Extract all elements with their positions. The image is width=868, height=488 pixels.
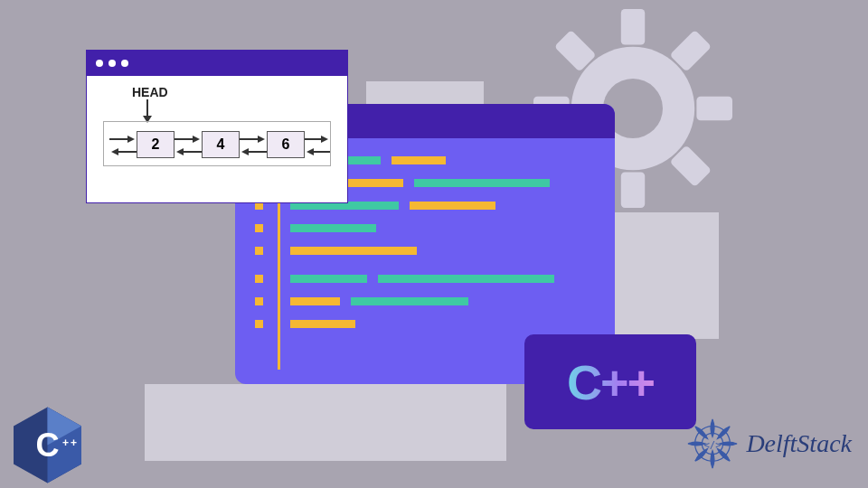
cpp-hex-logo-icon: C + + (14, 407, 81, 483)
linked-list-diagram-window: HEAD 2 4 6 (86, 50, 348, 203)
svg-text:+: + (62, 436, 69, 449)
brand-text: DelftStack (746, 429, 852, 458)
window-dot-icon (96, 60, 103, 67)
arrow-right-icon (175, 135, 202, 144)
svg-rect-1 (621, 9, 645, 45)
svg-marker-27 (307, 148, 314, 155)
svg-marker-17 (258, 136, 265, 143)
list-node: 6 (267, 131, 305, 158)
cpp-badge: C++ (524, 334, 696, 429)
svg-text:</>: </> (704, 439, 722, 451)
bg-rect-bottom (145, 384, 506, 461)
mandala-icon: </> (684, 416, 741, 472)
arrow-left-icon (109, 147, 137, 156)
arrow-left-icon (175, 147, 202, 156)
svg-marker-21 (127, 136, 135, 143)
svg-marker-25 (321, 136, 328, 143)
svg-marker-13 (193, 136, 200, 143)
list-node: 2 (137, 131, 175, 158)
delftstack-logo: </> DelftStack (684, 416, 852, 472)
svg-marker-23 (111, 148, 118, 155)
svg-rect-2 (621, 172, 645, 208)
svg-marker-19 (241, 148, 249, 155)
window-dot-icon (108, 60, 116, 67)
arrow-down-icon (141, 99, 154, 123)
arrow-left-icon (305, 147, 330, 156)
diagram-body: HEAD 2 4 6 (87, 76, 347, 202)
cpp-badge-text: C++ (567, 354, 654, 410)
diagram-titlebar (87, 51, 347, 76)
svg-text:C: C (36, 427, 60, 464)
list-node: 4 (202, 131, 240, 158)
svg-marker-15 (176, 148, 184, 155)
arrow-right-icon (305, 135, 330, 144)
linked-list-container: 2 4 6 (103, 121, 331, 166)
head-label: HEAD (132, 85, 168, 99)
svg-rect-4 (696, 97, 732, 120)
window-dot-icon (121, 60, 128, 67)
arrow-right-icon (240, 135, 267, 144)
arrow-right-icon (109, 135, 137, 144)
arrow-left-icon (240, 147, 267, 156)
svg-text:+: + (71, 436, 77, 449)
